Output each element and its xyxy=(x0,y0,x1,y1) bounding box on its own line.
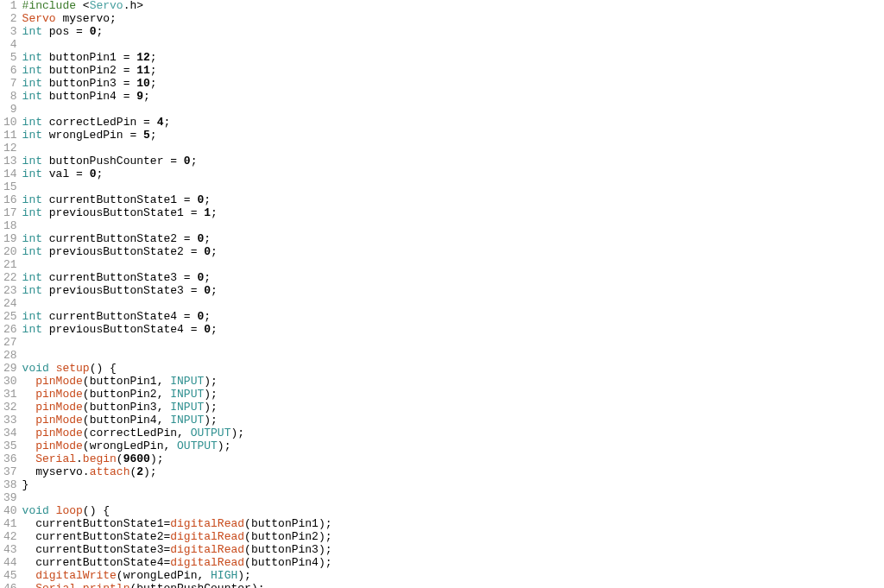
code-token xyxy=(22,414,36,427)
code-line[interactable]: } xyxy=(22,479,884,492)
code-line[interactable]: #include <Servo.h> xyxy=(22,0,884,13)
code-line[interactable]: pinMode(wrongLedPin, OUTPUT); xyxy=(22,440,884,453)
code-line[interactable]: int val = 0; xyxy=(22,168,884,181)
code-token: ; xyxy=(96,168,103,180)
code-line[interactable] xyxy=(22,220,884,233)
line-number: 30 xyxy=(3,376,17,389)
code-line[interactable]: int currentButtonState2 = 0; xyxy=(22,233,884,246)
code-token: 0 xyxy=(204,323,211,336)
code-line[interactable] xyxy=(22,337,884,350)
code-token: ; xyxy=(191,155,198,168)
code-line[interactable]: currentButtonState1=digitalRead(buttonPi… xyxy=(22,518,884,531)
code-token: buttonPin3 = xyxy=(42,77,136,90)
code-line[interactable]: Serial.begin(9600); xyxy=(22,453,884,466)
code-line[interactable]: int previousButtonState4 = 0; xyxy=(22,324,884,337)
code-line[interactable]: void loop() { xyxy=(22,505,884,518)
code-line[interactable]: pinMode(buttonPin2, INPUT); xyxy=(22,389,884,401)
code-line[interactable] xyxy=(22,492,884,505)
line-number: 45 xyxy=(3,570,17,583)
code-line[interactable]: pinMode(buttonPin1, INPUT); xyxy=(22,376,884,389)
code-line[interactable]: currentButtonState3=digitalRead(buttonPi… xyxy=(22,544,884,557)
code-line[interactable]: currentButtonState4=digitalRead(buttonPi… xyxy=(22,557,884,570)
code-token: HIGH xyxy=(211,569,237,582)
code-token: 9 xyxy=(136,90,143,103)
code-token: int xyxy=(22,90,42,103)
line-number: 41 xyxy=(3,518,17,531)
code-token: digitalRead xyxy=(170,543,244,556)
code-token: 2 xyxy=(136,465,143,478)
code-line[interactable] xyxy=(22,39,884,52)
code-line[interactable]: int currentButtonState1 = 0; xyxy=(22,194,884,207)
code-line[interactable]: currentButtonState2=digitalRead(buttonPi… xyxy=(22,531,884,544)
code-line[interactable]: digitalWrite(wrongLedPin, HIGH); xyxy=(22,570,884,583)
code-line[interactable]: int previousButtonState3 = 0; xyxy=(22,285,884,298)
line-number: 28 xyxy=(3,350,17,363)
code-token: currentButtonState3= xyxy=(22,543,171,556)
code-token xyxy=(22,388,36,401)
code-token: previousButtonState4 = xyxy=(42,323,204,336)
code-line[interactable]: Serial.println(buttonPushCounter); xyxy=(22,583,884,588)
code-body[interactable]: #include <Servo.h>Servo myservo;int pos … xyxy=(22,0,884,588)
line-number: 33 xyxy=(3,414,17,427)
code-token: ; xyxy=(150,64,157,77)
code-line[interactable]: int buttonPin2 = 11; xyxy=(22,65,884,78)
code-token: pinMode xyxy=(35,439,83,452)
code-token xyxy=(22,401,36,414)
code-token: int xyxy=(22,51,42,64)
code-token: int xyxy=(22,245,42,258)
code-token: val = xyxy=(42,168,90,180)
code-line[interactable]: int buttonPin1 = 12; xyxy=(22,52,884,65)
code-line[interactable]: Servo myservo; xyxy=(22,13,884,26)
code-token: ; xyxy=(211,245,218,258)
code-token: > xyxy=(136,0,143,12)
line-number: 19 xyxy=(3,233,17,246)
code-token: (correctLedPin, xyxy=(83,427,191,439)
code-line[interactable]: int previousButtonState2 = 0; xyxy=(22,246,884,259)
code-line[interactable]: int wrongLedPin = 5; xyxy=(22,130,884,142)
code-token: int xyxy=(22,64,42,77)
code-line[interactable]: pinMode(correctLedPin, OUTPUT); xyxy=(22,427,884,440)
code-line[interactable]: myservo.attach(2); xyxy=(22,466,884,479)
code-token: () { xyxy=(90,362,117,375)
code-line[interactable]: void setup() { xyxy=(22,363,884,376)
code-token: previousButtonState3 = xyxy=(42,284,204,297)
code-token: ); xyxy=(237,569,251,582)
line-number: 38 xyxy=(3,479,17,492)
code-token: currentButtonState3 = xyxy=(42,271,197,284)
code-line[interactable] xyxy=(22,181,884,194)
code-line[interactable]: int correctLedPin = 4; xyxy=(22,117,884,130)
line-number: 17 xyxy=(3,207,17,220)
code-token: void xyxy=(22,362,49,375)
line-number: 35 xyxy=(3,440,17,453)
code-line[interactable]: int pos = 0; xyxy=(22,26,884,39)
line-number: 1 xyxy=(3,0,17,13)
code-line[interactable]: int buttonPin4 = 9; xyxy=(22,91,884,104)
line-number: 43 xyxy=(3,544,17,557)
code-line[interactable]: int currentButtonState4 = 0; xyxy=(22,311,884,324)
code-token: 12 xyxy=(136,51,150,64)
code-line[interactable] xyxy=(22,259,884,272)
code-line[interactable]: int buttonPushCounter = 0; xyxy=(22,155,884,168)
code-token: ); xyxy=(150,452,164,465)
line-number: 24 xyxy=(3,298,17,311)
code-token: (buttonPin4); xyxy=(244,556,332,569)
code-line[interactable] xyxy=(22,142,884,155)
code-line[interactable]: int currentButtonState3 = 0; xyxy=(22,272,884,285)
code-token: int xyxy=(22,232,42,245)
code-line[interactable] xyxy=(22,350,884,363)
code-line[interactable] xyxy=(22,298,884,311)
code-token: ; xyxy=(163,116,170,129)
code-token: () { xyxy=(83,504,110,517)
code-token xyxy=(49,362,56,375)
code-line[interactable]: pinMode(buttonPin4, INPUT); xyxy=(22,414,884,427)
code-token: int xyxy=(22,77,42,90)
code-token: void xyxy=(22,504,49,517)
line-number: 5 xyxy=(3,52,17,65)
code-line[interactable]: int previousButtonState1 = 1; xyxy=(22,207,884,220)
code-token: currentButtonState4 = xyxy=(42,310,197,323)
code-line[interactable] xyxy=(22,104,884,117)
code-token: 5 xyxy=(143,129,150,142)
code-line[interactable]: int buttonPin3 = 10; xyxy=(22,78,884,91)
line-number: 40 xyxy=(3,505,17,518)
code-line[interactable]: pinMode(buttonPin3, INPUT); xyxy=(22,401,884,414)
